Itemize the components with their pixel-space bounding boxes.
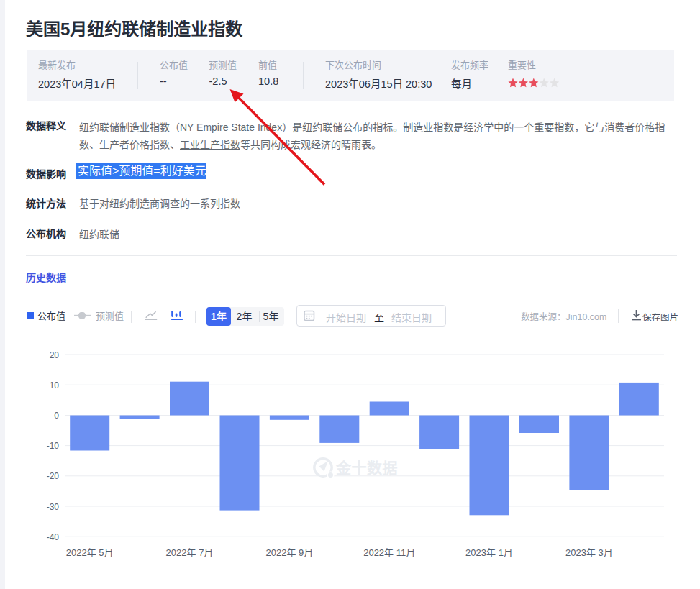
svg-text:2022年 11月: 2022年 11月 <box>363 547 415 558</box>
svg-text:-10: -10 <box>47 441 60 451</box>
svg-text:2022年 9月: 2022年 9月 <box>266 547 314 558</box>
svg-text:-20: -20 <box>47 471 60 481</box>
svg-text:2023年 3月: 2023年 3月 <box>565 547 613 558</box>
svg-text:0: 0 <box>54 411 59 421</box>
svg-text:-30: -30 <box>47 502 60 512</box>
svg-text:10: 10 <box>50 380 60 391</box>
svg-text:金十数据: 金十数据 <box>335 460 398 476</box>
svg-text:2022年 5月: 2022年 5月 <box>66 547 114 558</box>
svg-text:-40: -40 <box>47 532 60 542</box>
svg-text:20: 20 <box>50 350 60 360</box>
svg-text:2022年 7月: 2022年 7月 <box>166 547 214 558</box>
svg-text:2023年 1月: 2023年 1月 <box>465 547 513 558</box>
